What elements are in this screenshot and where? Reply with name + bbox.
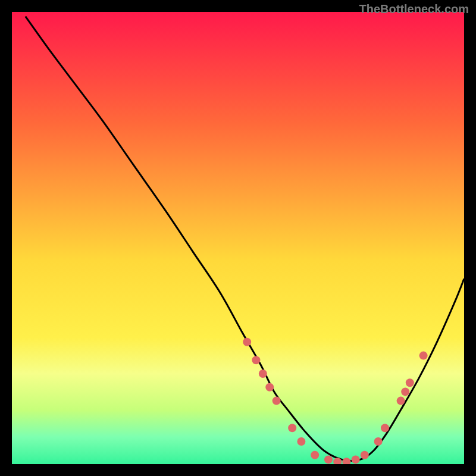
marker-point	[381, 424, 389, 432]
marker-point	[397, 397, 405, 405]
marker-point	[243, 338, 251, 346]
marker-point	[406, 378, 414, 387]
marker-point	[352, 455, 360, 464]
marker-point	[311, 451, 319, 459]
marker-point	[401, 387, 409, 396]
marker-point	[288, 424, 296, 432]
marker-point	[324, 455, 333, 464]
marker-point	[273, 397, 281, 405]
marker-point	[419, 352, 428, 360]
gradient-background	[12, 12, 464, 464]
marker-point	[374, 437, 383, 446]
marker-point	[297, 437, 305, 446]
marker-point	[361, 451, 369, 459]
plot-area	[12, 12, 464, 464]
attribution-text: TheBottleneck.com	[359, 2, 469, 16]
marker-point	[259, 369, 267, 378]
chart-svg	[12, 12, 464, 464]
marker-point	[265, 383, 274, 392]
marker-point	[252, 356, 260, 364]
chart-container: TheBottleneck.com	[0, 0, 476, 476]
